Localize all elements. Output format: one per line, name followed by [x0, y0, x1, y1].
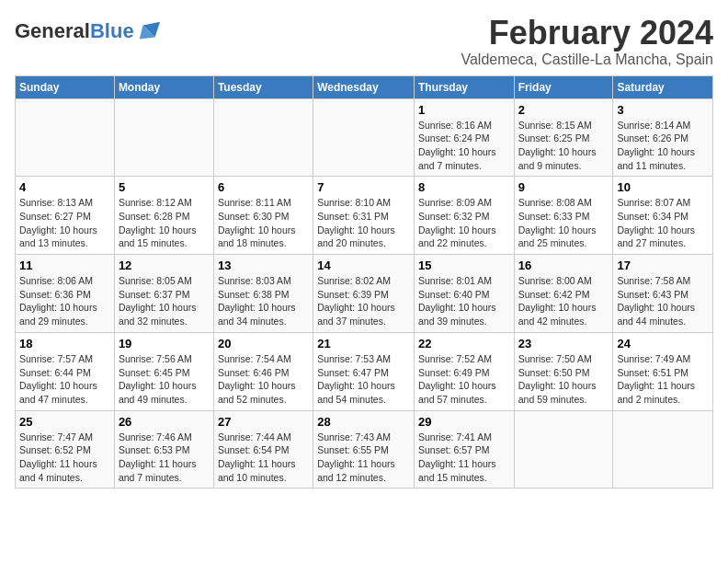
calendar-cell: 13Sunrise: 8:03 AMSunset: 6:38 PMDayligh… — [213, 255, 313, 333]
calendar-table: SundayMondayTuesdayWednesdayThursdayFrid… — [15, 75, 713, 489]
day-header-saturday: Saturday — [613, 75, 713, 98]
week-row-2: 4Sunrise: 8:13 AMSunset: 6:27 PMDaylight… — [16, 177, 713, 255]
day-header-tuesday: Tuesday — [213, 75, 313, 98]
day-number: 15 — [418, 259, 510, 272]
day-info: Sunrise: 7:54 AMSunset: 6:46 PMDaylight:… — [218, 352, 309, 407]
day-number: 27 — [218, 415, 309, 429]
day-info: Sunrise: 8:03 AMSunset: 6:38 PMDaylight:… — [218, 274, 309, 328]
day-info: Sunrise: 8:11 AMSunset: 6:30 PMDaylight:… — [218, 196, 309, 250]
day-info: Sunrise: 7:41 AMSunset: 6:57 PMDaylight:… — [418, 431, 510, 485]
calendar-cell: 12Sunrise: 8:05 AMSunset: 6:37 PMDayligh… — [114, 255, 213, 333]
calendar-cell: 28Sunrise: 7:43 AMSunset: 6:55 PMDayligh… — [313, 410, 415, 488]
day-number: 11 — [19, 259, 110, 272]
day-info: Sunrise: 8:05 AMSunset: 6:37 PMDaylight:… — [119, 274, 210, 328]
week-row-4: 18Sunrise: 7:57 AMSunset: 6:44 PMDayligh… — [16, 332, 713, 410]
day-info: Sunrise: 8:08 AMSunset: 6:33 PMDaylight:… — [518, 196, 609, 250]
calendar-cell: 3Sunrise: 8:14 AMSunset: 6:26 PMDaylight… — [613, 98, 713, 177]
day-header-row: SundayMondayTuesdayWednesdayThursdayFrid… — [16, 75, 713, 98]
calendar-cell — [313, 98, 415, 177]
day-info: Sunrise: 8:10 AMSunset: 6:31 PMDaylight:… — [317, 196, 410, 250]
calendar-cell: 22Sunrise: 7:52 AMSunset: 6:49 PMDayligh… — [414, 332, 514, 410]
calendar-cell: 14Sunrise: 8:02 AMSunset: 6:39 PMDayligh… — [313, 255, 415, 333]
day-number: 14 — [317, 259, 410, 272]
day-info: Sunrise: 8:12 AMSunset: 6:28 PMDaylight:… — [119, 196, 210, 250]
day-header-sunday: Sunday — [16, 75, 115, 98]
calendar-cell: 16Sunrise: 8:00 AMSunset: 6:42 PMDayligh… — [514, 255, 613, 333]
day-info: Sunrise: 7:44 AMSunset: 6:54 PMDaylight:… — [218, 431, 309, 485]
day-info: Sunrise: 8:06 AMSunset: 6:36 PMDaylight:… — [19, 274, 110, 328]
day-number: 24 — [617, 337, 709, 350]
calendar-title: February 2024 — [461, 15, 713, 52]
calendar-cell: 27Sunrise: 7:44 AMSunset: 6:54 PMDayligh… — [213, 410, 313, 488]
day-number: 6 — [218, 180, 309, 194]
day-number: 18 — [19, 337, 110, 350]
day-number: 4 — [19, 180, 110, 194]
day-number: 26 — [119, 415, 210, 429]
calendar-cell: 6Sunrise: 8:11 AMSunset: 6:30 PMDaylight… — [213, 177, 313, 255]
week-row-1: 1Sunrise: 8:16 AMSunset: 6:24 PMDaylight… — [16, 98, 713, 177]
calendar-cell: 19Sunrise: 7:56 AMSunset: 6:45 PMDayligh… — [114, 332, 213, 410]
logo-text: GeneralBlue — [15, 21, 134, 41]
day-info: Sunrise: 7:49 AMSunset: 6:51 PMDaylight:… — [617, 352, 709, 407]
day-info: Sunrise: 8:00 AMSunset: 6:42 PMDaylight:… — [518, 274, 609, 328]
calendar-cell: 29Sunrise: 7:41 AMSunset: 6:57 PMDayligh… — [414, 410, 514, 488]
logo: GeneralBlue — [15, 18, 162, 44]
calendar-cell: 26Sunrise: 7:46 AMSunset: 6:53 PMDayligh… — [114, 410, 213, 488]
calendar-cell: 17Sunrise: 7:58 AMSunset: 6:43 PMDayligh… — [613, 255, 713, 333]
day-info: Sunrise: 7:52 AMSunset: 6:49 PMDaylight:… — [418, 352, 510, 407]
day-number: 23 — [518, 337, 609, 350]
calendar-cell: 5Sunrise: 8:12 AMSunset: 6:28 PMDaylight… — [114, 177, 213, 255]
week-row-5: 25Sunrise: 7:47 AMSunset: 6:52 PMDayligh… — [16, 410, 713, 488]
calendar-cell: 7Sunrise: 8:10 AMSunset: 6:31 PMDaylight… — [313, 177, 415, 255]
day-info: Sunrise: 7:46 AMSunset: 6:53 PMDaylight:… — [119, 431, 210, 485]
day-info: Sunrise: 8:13 AMSunset: 6:27 PMDaylight:… — [19, 196, 110, 250]
calendar-subtitle: Valdemeca, Castille-La Mancha, Spain — [461, 52, 713, 68]
day-number: 19 — [119, 337, 210, 350]
page-header: GeneralBlue February 2024 Valdemeca, Cas… — [15, 15, 713, 68]
day-number: 2 — [518, 103, 609, 117]
day-number: 9 — [518, 180, 609, 194]
day-header-thursday: Thursday — [414, 75, 514, 98]
day-info: Sunrise: 7:50 AMSunset: 6:50 PMDaylight:… — [518, 352, 609, 407]
day-number: 12 — [119, 259, 210, 272]
calendar-cell: 18Sunrise: 7:57 AMSunset: 6:44 PMDayligh… — [16, 332, 115, 410]
calendar-cell: 21Sunrise: 7:53 AMSunset: 6:47 PMDayligh… — [313, 332, 415, 410]
calendar-cell: 9Sunrise: 8:08 AMSunset: 6:33 PMDaylight… — [514, 177, 613, 255]
calendar-cell: 23Sunrise: 7:50 AMSunset: 6:50 PMDayligh… — [514, 332, 613, 410]
day-header-wednesday: Wednesday — [313, 75, 415, 98]
day-number: 10 — [617, 180, 709, 194]
calendar-cell — [514, 410, 613, 488]
day-number: 22 — [418, 337, 510, 350]
day-info: Sunrise: 8:01 AMSunset: 6:40 PMDaylight:… — [418, 274, 510, 328]
day-info: Sunrise: 8:16 AMSunset: 6:24 PMDaylight:… — [418, 119, 510, 173]
title-block: February 2024 Valdemeca, Castille-La Man… — [461, 15, 713, 68]
calendar-cell — [16, 98, 115, 177]
day-number: 20 — [218, 337, 309, 350]
day-number: 25 — [19, 415, 110, 429]
calendar-cell: 20Sunrise: 7:54 AMSunset: 6:46 PMDayligh… — [213, 332, 313, 410]
day-info: Sunrise: 7:57 AMSunset: 6:44 PMDaylight:… — [19, 352, 110, 407]
calendar-cell: 1Sunrise: 8:16 AMSunset: 6:24 PMDaylight… — [414, 98, 514, 177]
calendar-cell: 25Sunrise: 7:47 AMSunset: 6:52 PMDayligh… — [16, 410, 115, 488]
day-number: 16 — [518, 259, 609, 272]
day-header-friday: Friday — [514, 75, 613, 98]
calendar-cell — [213, 98, 313, 177]
day-info: Sunrise: 7:53 AMSunset: 6:47 PMDaylight:… — [317, 352, 410, 407]
logo-icon — [136, 18, 162, 44]
day-number: 29 — [418, 415, 510, 429]
day-info: Sunrise: 7:56 AMSunset: 6:45 PMDaylight:… — [119, 352, 210, 407]
day-info: Sunrise: 8:15 AMSunset: 6:25 PMDaylight:… — [518, 119, 609, 173]
day-number: 3 — [617, 103, 709, 117]
day-info: Sunrise: 7:58 AMSunset: 6:43 PMDaylight:… — [617, 274, 709, 328]
calendar-cell: 24Sunrise: 7:49 AMSunset: 6:51 PMDayligh… — [613, 332, 713, 410]
calendar-cell: 10Sunrise: 8:07 AMSunset: 6:34 PMDayligh… — [613, 177, 713, 255]
day-header-monday: Monday — [114, 75, 213, 98]
day-info: Sunrise: 8:09 AMSunset: 6:32 PMDaylight:… — [418, 196, 510, 250]
day-number: 21 — [317, 337, 410, 350]
calendar-cell: 4Sunrise: 8:13 AMSunset: 6:27 PMDaylight… — [16, 177, 115, 255]
day-info: Sunrise: 8:07 AMSunset: 6:34 PMDaylight:… — [617, 196, 709, 250]
day-number: 17 — [617, 259, 709, 272]
calendar-cell — [114, 98, 213, 177]
day-number: 13 — [218, 259, 309, 272]
day-info: Sunrise: 7:47 AMSunset: 6:52 PMDaylight:… — [19, 431, 110, 485]
